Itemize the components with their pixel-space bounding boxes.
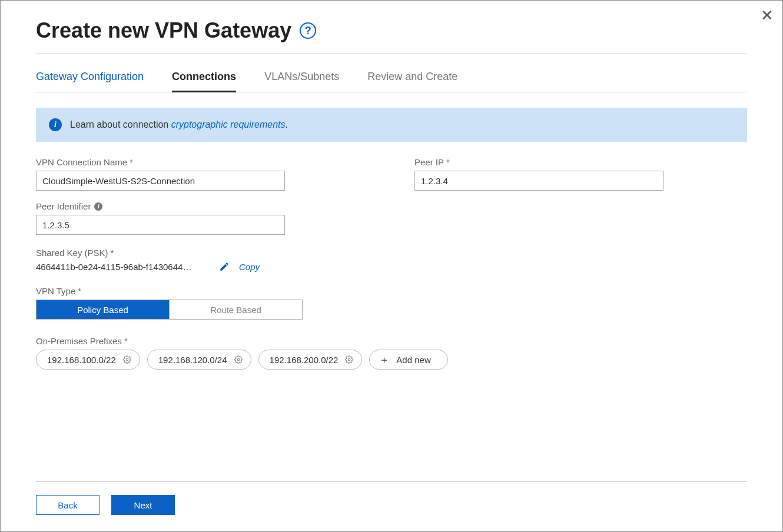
divider [36,481,747,482]
group-shared-key: Shared Key (PSK) 4664411b-0e24-4115-96ab… [36,248,747,286]
psk-row: 4664411b-0e24-4115-96ab-f1430644… Copy [36,261,747,272]
info-icon: i [49,118,62,131]
header-row: Create new VPN Gateway ? [36,18,747,43]
divider [36,54,747,54]
footer-buttons: Back Next [36,495,747,515]
group-prefixes: On-Premises Prefixes 192.168.100.0/22 19… [36,336,747,370]
toggle-policy-based[interactable]: Policy Based [37,300,169,319]
info-suffix: . [286,119,288,129]
tab-gateway-configuration[interactable]: Gateway Configuration [36,71,144,92]
dialog-body: Create new VPN Gateway ? Gateway Configu… [1,1,782,381]
group-connection-name: VPN Connection Name [36,157,285,191]
toggle-route-based[interactable]: Route Based [169,300,302,319]
prefix-chip: 192.168.100.0/22 [36,350,140,370]
prefixes-row: 192.168.100.0/22 192.168.120.0/24 192.16… [36,350,747,370]
peer-identifier-input[interactable] [36,215,285,235]
add-prefix-button[interactable]: ＋ Add new [369,350,447,370]
info-text: Learn about connection cryptographic req… [70,119,288,130]
next-button[interactable]: Next [111,495,175,515]
label-peer-identifier: Peer Identifier i [36,201,747,211]
prefix-chip: 192.168.120.0/24 [147,350,251,370]
footer: Back Next [36,481,747,515]
edit-icon[interactable] [219,261,230,272]
form-row-1: VPN Connection Name Peer IP [36,157,747,191]
tab-vlans-subnets[interactable]: VLANs/Subnets [264,71,339,92]
gear-icon[interactable] [345,355,353,364]
label-shared-key: Shared Key (PSK) [36,248,747,258]
shared-key-value: 4664411b-0e24-4115-96ab-f1430644… [36,262,210,272]
label-prefixes: On-Premises Prefixes [36,336,747,346]
peer-ip-input[interactable] [414,171,663,191]
prefix-value: 192.168.100.0/22 [47,355,116,365]
vpn-connection-name-input[interactable] [36,171,285,191]
info-prefix: Learn about connection [70,119,171,129]
svg-point-1 [237,358,240,361]
close-icon[interactable]: ✕ [761,6,774,25]
label-vpn-type: VPN Type [36,286,747,296]
info-icon[interactable]: i [94,202,102,211]
group-peer-identifier: Peer Identifier i [36,201,747,235]
gear-icon[interactable] [234,355,243,364]
group-peer-ip: Peer IP [414,157,663,191]
label-connection-name: VPN Connection Name [36,157,285,167]
back-button[interactable]: Back [36,495,99,515]
plus-icon: ＋ [379,353,389,367]
page-title: Create new VPN Gateway [36,18,291,43]
svg-point-0 [126,358,128,361]
info-banner: i Learn about connection cryptographic r… [36,108,747,142]
prefix-value: 192.168.200.0/22 [270,355,339,365]
gear-icon[interactable] [123,355,131,364]
vpn-type-toggle: Policy Based Route Based [36,300,303,320]
svg-point-2 [349,358,351,361]
add-label: Add new [396,355,430,365]
tab-connections[interactable]: Connections [172,71,236,92]
tabs: Gateway Configuration Connections VLANs/… [36,71,747,92]
prefix-chip: 192.168.200.0/22 [258,350,363,370]
tab-review-and-create[interactable]: Review and Create [367,71,457,92]
help-icon[interactable]: ? [300,22,316,39]
prefix-value: 192.168.120.0/24 [158,355,227,365]
copy-link[interactable]: Copy [239,262,260,272]
group-vpn-type: VPN Type Policy Based Route Based [36,286,747,336]
label-peer-ip: Peer IP [414,157,663,167]
info-link[interactable]: cryptographic requirements [171,119,286,129]
